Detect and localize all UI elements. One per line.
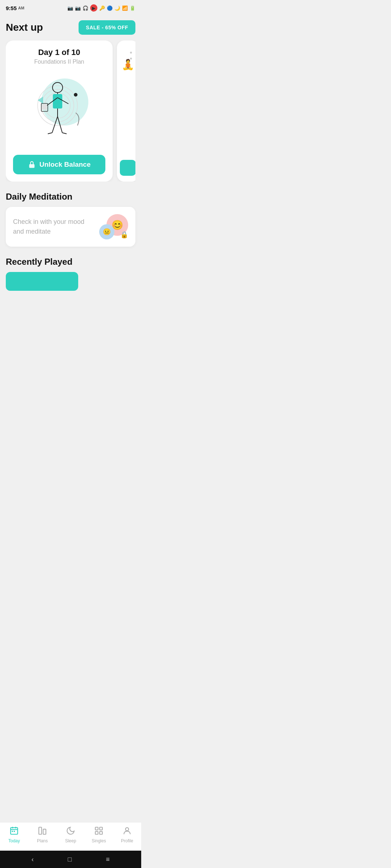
status-time: 9:55: [6, 5, 17, 11]
svg-rect-8: [53, 94, 62, 109]
svg-line-16: [62, 133, 67, 134]
moon-icon: 🌙: [114, 5, 120, 11]
recently-played-title: Recently Played: [6, 257, 135, 267]
header-row: Next up SALE - 65% OFF: [6, 16, 135, 41]
card-day-label: Day 1 of 10: [38, 48, 80, 57]
video2-icon: 📷: [75, 5, 81, 11]
partial-card-button[interactable]: [120, 160, 135, 176]
wifi-icon: 📶: [122, 5, 128, 11]
svg-line-15: [48, 133, 52, 134]
main-content: Next up SALE - 65% OFF Day 1 of 10 Found…: [0, 16, 141, 291]
status-bar: 9:55 AM 📷 📷 🎧 ▶ 🔑 🔵 🌙 📶 🔋: [0, 0, 141, 16]
key-icon: 🔑: [99, 5, 105, 11]
bluetooth-icon: 🔵: [107, 5, 113, 11]
daily-meditation-title: Daily Meditation: [6, 192, 135, 202]
unlock-balance-button[interactable]: Unlock Balance: [13, 155, 105, 174]
headset-icon: 🎧: [83, 5, 88, 11]
video-icon: 📷: [67, 5, 73, 11]
record-icon: ▶: [90, 4, 97, 12]
neutral-face-icon: 😐: [99, 224, 114, 239]
status-am-pm: AM: [18, 6, 24, 10]
svg-point-4: [74, 93, 77, 97]
daily-meditation-section: Daily Meditation Check in with your mood…: [6, 192, 135, 247]
meditation-card-text: Check in with your mood and meditate: [13, 217, 85, 237]
card-figure: 🧘: [122, 59, 134, 71]
cards-row: Day 1 of 10 Foundations II Plan: [6, 41, 135, 182]
meditation-icons: 😊 😐 🔒: [99, 214, 128, 239]
sale-button[interactable]: SALE - 65% OFF: [79, 20, 135, 35]
page-title: Next up: [6, 22, 43, 33]
svg-rect-17: [29, 164, 34, 168]
lock-icon: [28, 161, 36, 169]
recently-played-section: Recently Played: [6, 257, 135, 291]
card-plan-name: Foundations II Plan: [34, 59, 84, 65]
card-illustration: [23, 69, 96, 149]
svg-rect-12: [42, 104, 47, 110]
recently-played-bar: [6, 272, 78, 291]
svg-marker-5: [38, 97, 43, 104]
main-card: Day 1 of 10 Foundations II Plan: [6, 41, 113, 182]
meditation-card[interactable]: Check in with your mood and meditate 😊 😐…: [6, 207, 135, 247]
battery-icon: 🔋: [130, 5, 135, 11]
status-icons: 📷 📷 🎧 ▶ 🔑 🔵 🌙 📶 🔋: [67, 4, 135, 12]
lock-overlay-icon: 🔒: [120, 231, 128, 239]
partial-card: • • 🧘: [117, 41, 135, 182]
